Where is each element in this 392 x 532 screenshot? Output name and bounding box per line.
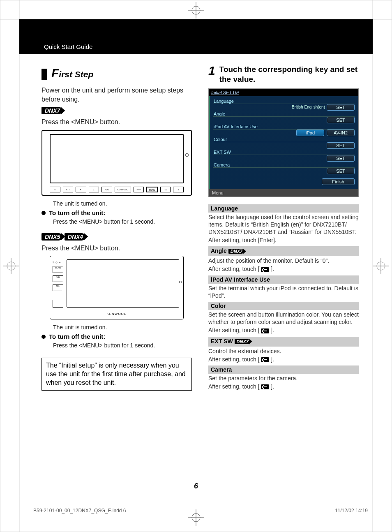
def-text: After setting, touch [ ]. [208,356,359,363]
def-text: Control the external devices. [208,347,359,355]
def-heading-color: Color [208,302,359,310]
def-heading-angle: Angle DNX7 [208,246,359,256]
bullet-dot-icon [42,211,46,215]
finish-button[interactable]: Finish [322,178,355,185]
return-icon [261,328,269,333]
turn-off-label-2: To turn off the unit: [49,333,105,340]
turned-on-text-2: The unit is turned on. [53,324,192,331]
diagram-button: ≡ [173,187,184,192]
setup-row-label: Colour [213,136,355,142]
diagram-button: TEL [53,285,63,291]
def-text: Set the screen and button illumination c… [208,311,359,326]
left-column: First Step Power on the unit and perform… [42,62,192,470]
press-menu-text-2: Press the <MENU> button. [42,244,192,253]
unit-diagram-dnx7: ▽ ATT ▾ ▴ AUD KENWOOD NAV MENU TEL ≡ [42,130,192,196]
return-icon [261,357,269,362]
set-button[interactable]: SET [327,104,355,111]
content: First Step Power on the unit and perform… [42,62,359,470]
page: Quick Start Guide First Step Power on th… [0,0,392,532]
model-chip-dnx7: DNX7 [228,249,244,254]
note-box: The “Initial setup” is only necessary wh… [42,358,192,391]
diagram-button: ▽ [50,187,60,192]
setup-row-label: Language [213,98,355,104]
diagram-button [53,300,63,308]
setup-row-label: Camera [213,162,355,168]
def-text: Select the language used for the control… [208,213,359,236]
setup-row-label: Angle [213,111,355,117]
diagram-screen [50,134,184,183]
setup-row: Camera SET [213,162,355,174]
turn-off-detail-2: Press the <MENU> button for 1 second. [53,342,192,349]
diagram-button: NAV [134,187,144,192]
set-button[interactable]: SET [327,168,355,174]
turned-on-text: The unit is turned on. [53,200,192,208]
intro-text: Power on the unit and perform some setup… [42,86,192,104]
crop-mark [0,496,392,496]
setup-row: Language British English(en)SET [213,98,355,111]
def-text: After setting, touch [ ]. [208,383,359,390]
heading-first-step: First Step [42,66,192,80]
turn-off-label: To turn off the unit: [49,209,105,216]
heading-bar-icon [42,69,47,80]
registration-mark-icon [373,258,389,274]
imprint-right: 11/12/02 14:19 [335,508,368,513]
model-chip-dnx7: DNX7 [235,339,250,344]
diagram-button-row: ▽ ATT ▾ ▴ AUD KENWOOD NAV MENU TEL ≡ [50,187,184,192]
def-text: Adjust the position of the monitor. Defa… [208,257,359,264]
def-text: After setting, touch [ ]. [208,326,359,334]
diagram-button: ATT [63,187,74,192]
diagram-button: ▾ [76,187,86,192]
crop-mark [19,0,20,532]
header-label: Quick Start Guide [44,43,92,50]
avin2-button[interactable]: AV-IN2 [327,130,355,136]
model-chip-dnx5: DNX5 [42,233,62,241]
setup-screenshot: Initial SET-UP Language British English(… [208,88,359,197]
diagram-button: NAV [53,275,63,282]
diagram-brand: KENWOOD [115,187,131,192]
set-button[interactable]: SET [327,155,355,162]
setup-title: Initial SET-UP [209,89,358,96]
turn-off-bullet: To turn off the unit: [42,209,192,216]
bullet-dot-icon [42,335,46,339]
def-heading-ipod: iPod AV Interface Use [208,275,359,284]
def-heading-camera: Camera [208,365,359,374]
turn-off-bullet-2: To turn off the unit: [42,333,192,340]
setup-row: iPod AV Interface Use iPodAV-IN2 [213,123,355,136]
set-button[interactable]: SET [327,142,355,149]
diagram-button: TEL [160,187,171,192]
registration-mark-icon [3,258,19,274]
def-heading-extsw: EXT SW DNX7 [208,337,359,347]
unit-diagram-dnx5: ▽▢⏏ MENU NAV TEL KENWOOD [50,256,184,319]
registration-mark-icon [188,509,204,526]
diagram-menu-button: MENU [146,187,158,192]
ipod-button[interactable]: iPod [296,130,324,136]
setup-footer: Menu [209,189,358,197]
step-text: Touch the corresponding key and set the … [219,65,359,84]
return-icon [261,267,269,272]
header-bar: Quick Start Guide [19,19,373,54]
def-text: Set the terminal which your iPod is conn… [208,285,359,299]
diagram-side-buttons: ▽▢⏏ MENU NAV TEL [53,261,63,308]
def-heading-language: Language [208,204,359,213]
step-heading: 1 Touch the corresponding key and set th… [208,65,359,84]
setup-row: Angle SET [213,111,355,123]
setup-row: EXT SW SET [213,149,355,162]
def-text: Set the parameters for the camera. [208,375,359,382]
turn-off-detail: Press the <MENU> button for 1 second. [53,218,192,226]
setup-row: Colour SET [213,136,355,149]
page-number: — 6 — [0,482,392,490]
step-number: 1 [208,65,215,77]
imprint-left: B59-2101-00_00_12DNX7_QSG_E.indd 6 [33,508,126,513]
setup-row-value: British English(en) [213,105,327,109]
heading-initial: F [51,66,59,80]
setup-body: Language British English(en)SET Angle SE… [209,96,358,189]
diagram-menu-button: MENU [53,266,63,273]
set-button[interactable]: SET [327,117,355,123]
diagram-button: ▴ [89,187,99,192]
diagram-brand: KENWOOD [50,312,183,316]
model-chip-dnx7: DNX7 [42,107,62,114]
def-text: After setting, touch [Enter]. [208,236,359,244]
return-icon [261,384,269,389]
finish-row: Finish [213,178,355,185]
diagram-screen [67,259,179,308]
